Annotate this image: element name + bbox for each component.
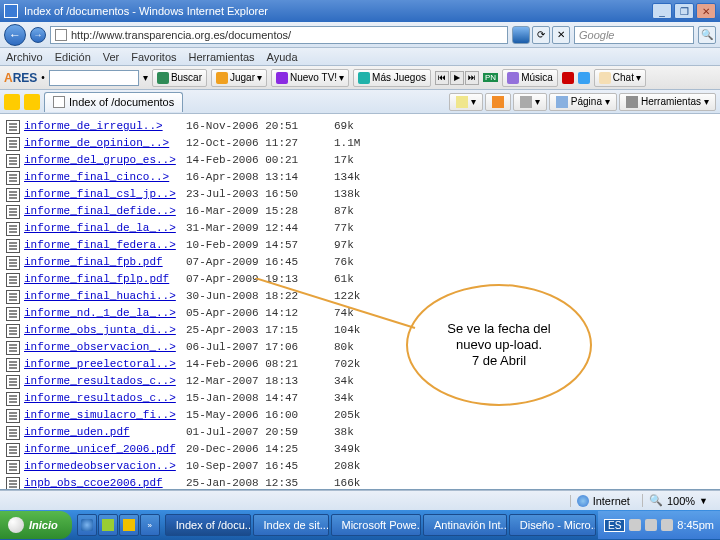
menu-archivo[interactable]: Archivo: [6, 51, 43, 63]
tools-button[interactable]: Herramientas ▾: [619, 93, 716, 111]
file-link[interactable]: informe_simulacro_fi..>: [24, 407, 186, 424]
minimize-button[interactable]: _: [652, 3, 672, 19]
tray-icon-2[interactable]: [645, 519, 657, 531]
tray-icon-3[interactable]: [661, 519, 673, 531]
file-link[interactable]: informe_final_csl_jp..>: [24, 186, 186, 203]
ares-chat-button[interactable]: Chat▾: [594, 69, 646, 87]
file-size: 34k: [334, 390, 388, 407]
file-link[interactable]: informe_resultados_c..>: [24, 390, 186, 407]
tray-icon-1[interactable]: [629, 519, 641, 531]
file-link[interactable]: informe_unicef_2006.pdf: [24, 441, 186, 458]
window-controls: _ ❐ ✕: [652, 3, 716, 19]
file-link[interactable]: informedeobservacion..>: [24, 458, 186, 475]
menu-edicion[interactable]: Edición: [55, 51, 91, 63]
file-size: 17k: [334, 152, 388, 169]
task-item-5[interactable]: Diseño - Micro...: [509, 514, 596, 536]
youtube-icon[interactable]: [562, 72, 574, 84]
ares-masjuegos-button[interactable]: Más Juegos: [353, 69, 431, 87]
file-link[interactable]: informe_de_opinion_..>: [24, 135, 186, 152]
favorites-icon[interactable]: [4, 94, 20, 110]
page-button[interactable]: Página ▾: [549, 93, 617, 111]
maximize-button[interactable]: ❐: [674, 3, 694, 19]
dropdown-icon[interactable]: ▾: [143, 72, 148, 83]
file-link[interactable]: informe_preelectoral..>: [24, 356, 186, 373]
system-tray: ES 8:45pm: [598, 511, 720, 539]
file-link[interactable]: informe_obs_junta_di..>: [24, 322, 186, 339]
file-link[interactable]: informe_final_de_la_..>: [24, 220, 186, 237]
file-link[interactable]: informe_observacion_..>: [24, 339, 186, 356]
file-date: 23-Jul-2003 16:50: [186, 186, 334, 203]
page-menu-icon: [556, 96, 568, 108]
ares-jugar-button[interactable]: Jugar▾: [211, 69, 267, 87]
go-button[interactable]: [512, 26, 530, 44]
ql-app2[interactable]: [98, 514, 118, 536]
home-button[interactable]: ▾: [449, 93, 483, 111]
ares-nuevotv-button[interactable]: Nuevo TV!▾: [271, 69, 349, 87]
print-button[interactable]: ▾: [513, 93, 547, 111]
status-zone[interactable]: Internet: [570, 495, 636, 507]
start-button[interactable]: Inicio: [0, 511, 72, 539]
window-titlebar: Index of /documentos - Windows Internet …: [0, 0, 720, 22]
next-button[interactable]: ⏭: [465, 71, 479, 85]
search-button[interactable]: 🔍: [698, 26, 716, 44]
forward-button[interactable]: →: [30, 27, 46, 43]
file-date: 05-Apr-2006 14:12: [186, 305, 334, 322]
file-size: 349k: [334, 441, 388, 458]
file-link[interactable]: informe_final_fpb.pdf: [24, 254, 186, 271]
status-zoom[interactable]: 🔍 100% ▼: [642, 494, 714, 507]
task-item-3[interactable]: Microsoft Powe...: [331, 514, 421, 536]
document-icon: [6, 443, 20, 457]
file-date: 07-Apr-2009 16:45: [186, 254, 334, 271]
refresh-button[interactable]: ⟳: [532, 26, 550, 44]
file-link[interactable]: informe_del_grupo_es..>: [24, 152, 186, 169]
menu-ayuda[interactable]: Ayuda: [267, 51, 298, 63]
ql-app3[interactable]: [119, 514, 139, 536]
list-item: informe_unicef_2006.pdf20-Dec-2006 14:25…: [6, 441, 716, 458]
search-input[interactable]: Google: [574, 26, 694, 44]
pn-badge[interactable]: PN: [483, 73, 498, 82]
file-link[interactable]: informe_uden.pdf: [24, 424, 186, 441]
close-button[interactable]: ✕: [696, 3, 716, 19]
file-date: 12-Mar-2007 18:13: [186, 373, 334, 390]
file-link[interactable]: informe_final_cinco..>: [24, 169, 186, 186]
file-link[interactable]: inpb_obs_ccoe2006.pdf: [24, 475, 186, 490]
file-link[interactable]: informe_final_federa..>: [24, 237, 186, 254]
file-link[interactable]: informe_final_defide..>: [24, 203, 186, 220]
file-link[interactable]: informe_final_huachi..>: [24, 288, 186, 305]
clock[interactable]: 8:45pm: [677, 519, 714, 531]
task-item-2[interactable]: Index de sit...: [253, 514, 329, 536]
menu-ver[interactable]: Ver: [103, 51, 120, 63]
ql-expand[interactable]: »: [140, 514, 160, 536]
feeds-button[interactable]: [485, 93, 511, 111]
file-date: 25-Apr-2003 17:15: [186, 322, 334, 339]
document-icon: [6, 154, 20, 168]
file-date: 16-Apr-2008 13:14: [186, 169, 334, 186]
document-icon: [6, 188, 20, 202]
file-date: 06-Jul-2007 17:06: [186, 339, 334, 356]
twitter-icon[interactable]: [578, 72, 590, 84]
ares-musica-button[interactable]: Música: [502, 69, 558, 87]
file-size: 38k: [334, 424, 388, 441]
file-link[interactable]: informe_final_fplp.pdf: [24, 271, 186, 288]
stop-button[interactable]: ✕: [552, 26, 570, 44]
document-icon: [6, 477, 20, 491]
add-favorites-icon[interactable]: [24, 94, 40, 110]
file-link[interactable]: informe_nd._1_de_la_..>: [24, 305, 186, 322]
back-button[interactable]: ←: [4, 24, 26, 46]
task-item-4[interactable]: Antinavión Int...: [423, 514, 507, 536]
list-item: informe_preelectoral..>14-Feb-2006 08:21…: [6, 356, 716, 373]
task-item-1[interactable]: Index of /docu...: [165, 514, 251, 536]
play-button[interactable]: ▶: [450, 71, 464, 85]
prev-button[interactable]: ⏮: [435, 71, 449, 85]
url-input[interactable]: http://www.transparencia.org.es/document…: [50, 26, 508, 44]
ares-buscar-button[interactable]: Buscar: [152, 69, 207, 87]
file-link[interactable]: informe_resultados_c..>: [24, 373, 186, 390]
ares-search-input[interactable]: [49, 70, 139, 86]
language-indicator[interactable]: ES: [604, 519, 625, 532]
tab-active[interactable]: Index of /documentos: [44, 92, 183, 112]
ares-logo[interactable]: ARES: [4, 71, 37, 85]
menu-favoritos[interactable]: Favoritos: [131, 51, 176, 63]
file-link[interactable]: informe_de_irregul..>: [24, 118, 186, 135]
menu-herramientas[interactable]: Herramientas: [189, 51, 255, 63]
ql-ie[interactable]: [77, 514, 97, 536]
